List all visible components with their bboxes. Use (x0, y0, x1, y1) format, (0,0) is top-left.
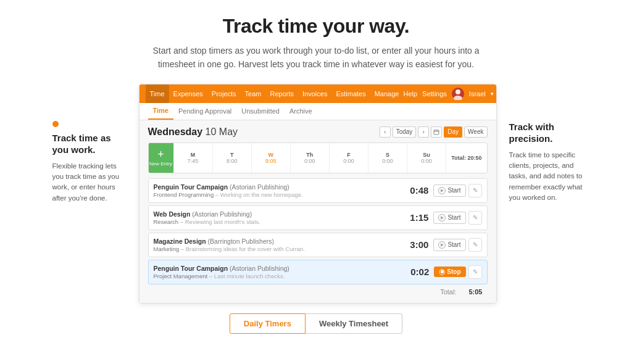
entry-info: Penguin Tour Campaign (Astorian Publishi… (154, 265, 405, 279)
nav-settings[interactable]: Settings (422, 90, 447, 97)
bottom-tabs: Daily Timers Weekly Timesheet (230, 313, 402, 334)
nav-item-invoices[interactable]: Invoices (298, 85, 331, 103)
table-row: Web Design (Astorian Publishing) Researc… (148, 205, 488, 230)
play-icon (438, 187, 446, 194)
daily-timers-tab[interactable]: Daily Timers (230, 313, 306, 334)
entry-actions: Start ✎ (433, 211, 481, 225)
entry-time: 3:00 (404, 239, 428, 250)
nav-item-manage[interactable]: Manage (370, 85, 404, 103)
app-screenshot: Time Expenses Projects Team Reports Invo… (139, 84, 497, 304)
week-day-t[interactable]: T 8:00 (212, 143, 251, 173)
next-date-btn[interactable]: › (418, 126, 429, 138)
svg-point-1 (454, 96, 462, 100)
play-icon (438, 241, 446, 249)
entry-task: Frontend Programming – Working on the ne… (154, 191, 404, 198)
new-entry-btn[interactable]: + New Entry (149, 143, 173, 173)
time-entries: Penguin Tour Campaign (Astorian Publishi… (148, 178, 488, 284)
entry-actions: Start ✎ (433, 238, 481, 252)
entry-time: 0:48 (404, 185, 428, 196)
entry-info: Magazine Design (Barrington Publishers) … (154, 238, 404, 252)
svg-point-0 (455, 89, 460, 94)
page-wrapper: Track time your way. Start and stop time… (0, 0, 632, 364)
entry-task: Research – Reviewing last month's stats. (154, 218, 404, 225)
left-sidebar-title: Track time as you work. (52, 132, 127, 156)
sub-nav: Time Pending Approval Unsubmitted Archiv… (139, 103, 496, 120)
date-controls: ‹ Today › Day Week (380, 126, 488, 138)
nav-item-time[interactable]: Time (146, 85, 169, 103)
start-button[interactable]: Start (433, 184, 465, 197)
week-day-m[interactable]: M 7:45 (173, 143, 212, 173)
play-icon (438, 214, 446, 221)
table-row: Penguin Tour Campaign (Astorian Publishi… (148, 260, 488, 284)
entry-info: Penguin Tour Campaign (Astorian Publishi… (154, 183, 404, 198)
total-label: Total: (440, 288, 456, 296)
nav-bar: Time Expenses Projects Team Reports Invo… (139, 85, 496, 103)
entry-task: Project Management – Last minute launch … (154, 273, 405, 279)
edit-button[interactable]: ✎ (468, 211, 482, 225)
edit-button[interactable]: ✎ (468, 184, 482, 197)
svg-rect-2 (434, 130, 439, 134)
right-sidebar-title: Track with precision. (509, 121, 586, 145)
nav-username[interactable]: Israel (469, 90, 486, 97)
date-title: Wednesday 10 May (148, 126, 380, 138)
edit-button[interactable]: ✎ (468, 265, 482, 279)
week-day-s[interactable]: S 0:00 (368, 143, 407, 173)
week-day-su[interactable]: Su 0:00 (407, 143, 446, 173)
nav-item-team[interactable]: Team (241, 85, 266, 103)
right-sidebar-desc: Track time to specific clients, projects… (509, 150, 586, 203)
nav-help[interactable]: Help (403, 90, 417, 97)
week-btn[interactable]: Week (464, 126, 487, 138)
week-total: Total: 20:50 (446, 143, 486, 173)
new-entry-label: New Entry (149, 161, 172, 167)
stop-icon (439, 269, 445, 275)
week-nav: + New Entry M 7:45 T 8:00 W (148, 143, 488, 173)
entry-project: Penguin Tour Campaign (Astorian Publishi… (154, 183, 404, 191)
content-area: Track time as you work. Flexible trackin… (0, 84, 632, 304)
right-sidebar: Track with precision. Track time to spec… (497, 84, 599, 203)
table-row: Magazine Design (Barrington Publishers) … (148, 233, 488, 257)
prev-date-btn[interactable]: ‹ (380, 126, 391, 138)
app-main: Wednesday 10 May ‹ Today › Day Week (139, 120, 496, 303)
main-subheadline: Start and stop timers as you work throug… (137, 44, 495, 72)
entry-project: Web Design (Astorian Publishing) (154, 210, 404, 218)
avatar[interactable] (452, 88, 464, 100)
left-sidebar-desc: Flexible tracking lets you track time as… (52, 161, 127, 204)
week-day-f[interactable]: F 0:00 (329, 143, 368, 173)
sub-nav-time[interactable]: Time (148, 102, 173, 120)
entry-project: Magazine Design (Barrington Publishers) (154, 238, 404, 245)
week-days: M 7:45 T 8:00 W 9:05 Th (173, 143, 446, 173)
entry-time: 1:15 (404, 212, 428, 223)
total-row: Total: 5:05 (148, 284, 488, 297)
nav-item-expenses[interactable]: Expenses (169, 85, 207, 103)
calendar-btn[interactable] (431, 126, 442, 138)
date-nav: Wednesday 10 May ‹ Today › Day Week (148, 126, 488, 138)
total-value: 5:05 (468, 288, 482, 296)
start-button[interactable]: Start (433, 212, 465, 224)
entry-info: Web Design (Astorian Publishing) Researc… (154, 210, 404, 225)
weekly-timesheet-tab[interactable]: Weekly Timesheet (306, 313, 402, 334)
entry-actions: Stop ✎ (434, 265, 481, 279)
nav-item-projects[interactable]: Projects (207, 85, 241, 103)
entry-task: Marketing – Brainstorming ideas for the … (154, 246, 404, 252)
sub-nav-archive[interactable]: Archive (285, 102, 317, 120)
table-row: Penguin Tour Campaign (Astorian Publishi… (148, 178, 488, 203)
orange-dot-decorator (52, 121, 59, 127)
day-btn[interactable]: Day (444, 126, 462, 138)
week-day-w[interactable]: W 9:05 (251, 143, 290, 173)
edit-button[interactable]: ✎ (468, 238, 482, 252)
week-day-th[interactable]: Th 0:00 (290, 143, 329, 173)
entry-actions: Start ✎ (433, 184, 481, 197)
left-sidebar: Track time as you work. Flexible trackin… (34, 84, 139, 204)
main-headline: Track time your way. (223, 15, 409, 38)
start-button[interactable]: Start (433, 239, 465, 251)
nav-item-reports[interactable]: Reports (266, 85, 299, 103)
sub-nav-pending[interactable]: Pending Approval (173, 102, 236, 120)
today-btn[interactable]: Today (393, 126, 417, 138)
stop-button[interactable]: Stop (434, 267, 465, 277)
entry-project: Penguin Tour Campaign (Astorian Publishi… (154, 265, 405, 272)
sub-nav-unsubmitted[interactable]: Unsubmitted (236, 102, 285, 120)
nav-item-estimates[interactable]: Estimates (331, 85, 370, 103)
entry-time: 0:02 (404, 267, 429, 277)
plus-icon: + (157, 149, 164, 160)
